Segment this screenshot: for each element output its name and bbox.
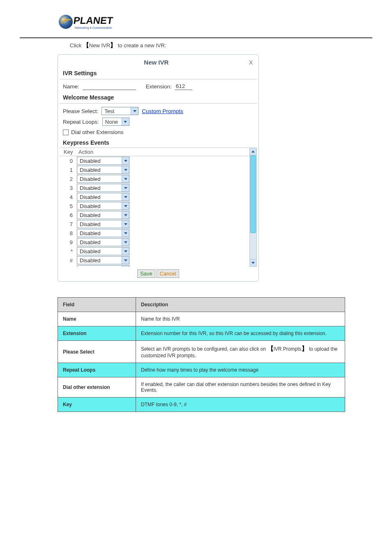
- table-desc: DTMF tones 0-9, *, #: [136, 398, 345, 412]
- keypress-row: 6Disabled: [60, 210, 249, 220]
- keypress-key: 9: [61, 239, 77, 245]
- keypress-scrollbar[interactable]: [249, 148, 257, 267]
- keypress-row: 9Disabled: [60, 238, 249, 247]
- chevron-down-icon: [122, 184, 129, 192]
- keypress-row: 1Disabled: [60, 165, 249, 174]
- chevron-down-icon: [122, 118, 129, 125]
- dial-other-label: Dial other Extensions: [71, 129, 124, 135]
- keypress-key: 3: [61, 185, 77, 191]
- chevron-down-icon: [122, 175, 129, 183]
- keypress-row: tDisabled: [60, 265, 249, 267]
- keypress-key: 0: [61, 158, 77, 164]
- keypress-action-dropdown[interactable]: Disabled: [77, 229, 129, 237]
- field-description-table: Field Description NameName for this IVRE…: [58, 297, 345, 412]
- keypress-row: 2Disabled: [60, 174, 249, 183]
- table-field: Please Select: [58, 341, 136, 363]
- table-field: Name: [58, 312, 136, 326]
- extension-label: Extension:: [146, 83, 172, 90]
- section-welcome-message: Welcome Message: [58, 92, 258, 102]
- chevron-down-icon: [122, 157, 129, 164]
- keypress-row: 0Disabled: [60, 156, 249, 165]
- table-field: Extension: [58, 326, 136, 341]
- keypress-row: #Disabled: [60, 256, 249, 265]
- keypress-key: #: [61, 257, 77, 264]
- table-header-desc: Description: [136, 298, 345, 312]
- please-select-label: Please Select:: [63, 108, 98, 114]
- keypress-key: *: [61, 248, 77, 254]
- table-desc: Define how many times to play the welcom…: [136, 363, 345, 377]
- dial-other-checkbox[interactable]: [63, 130, 69, 135]
- please-select-dropdown[interactable]: Test: [101, 107, 138, 115]
- col-key: Key: [61, 149, 77, 155]
- chevron-down-icon: [131, 107, 138, 115]
- scroll-down-icon[interactable]: [250, 259, 256, 266]
- keypress-action-dropdown[interactable]: Disabled: [77, 256, 129, 264]
- row-name-extension: Name: Extension: 612: [58, 80, 258, 92]
- repeat-loops-label: Repeat Loops:: [63, 119, 99, 125]
- table-desc: If enabled, the caller can dial other ex…: [136, 377, 345, 398]
- chevron-down-icon: [122, 166, 129, 173]
- header-divider: [20, 37, 372, 38]
- table-desc: Select an IVR prompts to be configured, …: [136, 341, 345, 363]
- keypress-key: 2: [61, 176, 77, 182]
- extension-value[interactable]: 612: [175, 83, 192, 90]
- svg-point-0: [59, 15, 73, 29]
- brand-logo: PLANET Networking & Communication: [58, 12, 372, 33]
- col-action: Action: [77, 149, 248, 155]
- chevron-down-icon: [122, 257, 129, 264]
- keypress-action-dropdown[interactable]: Disabled: [77, 157, 129, 165]
- keypress-key: 6: [61, 212, 77, 218]
- keypress-action-dropdown[interactable]: Disabled: [77, 220, 129, 228]
- keypress-key: 8: [61, 230, 77, 236]
- keypress-action-dropdown[interactable]: Disabled: [77, 193, 129, 201]
- keypress-row: 3Disabled: [60, 183, 249, 192]
- scroll-thumb[interactable]: [250, 155, 256, 233]
- custom-prompts-link[interactable]: Custom Prompts: [142, 108, 183, 114]
- keypress-key: t: [61, 266, 77, 267]
- keypress-action-dropdown[interactable]: Disabled: [77, 247, 129, 255]
- keypress-row: 7Disabled: [60, 220, 249, 229]
- keypress-table: Key Action 0Disabled1Disabled2Disabled3D…: [60, 148, 249, 267]
- new-ivr-dialog: New IVR X IVR Settings Name: Extension: …: [58, 54, 259, 282]
- name-input[interactable]: [83, 83, 136, 90]
- table-field: Repeat Loops: [58, 363, 136, 377]
- brand-name: PLANET: [73, 15, 114, 26]
- cancel-button[interactable]: Cancel: [157, 269, 179, 278]
- chevron-down-icon: [122, 211, 129, 219]
- keypress-action-dropdown[interactable]: Disabled: [77, 184, 129, 192]
- chevron-down-icon: [122, 193, 129, 201]
- chevron-down-icon: [122, 266, 129, 267]
- chevron-down-icon: [122, 202, 129, 210]
- keypress-action-dropdown[interactable]: Disabled: [77, 202, 129, 210]
- keypress-row: *Disabled: [60, 247, 249, 256]
- table-field: Key: [58, 398, 136, 412]
- table-desc: Extension number for this IVR, so this I…: [136, 326, 345, 341]
- chevron-down-icon: [122, 229, 129, 237]
- section-keypress-events: Keypress Events: [58, 138, 258, 148]
- chevron-down-icon: [122, 247, 129, 255]
- name-label: Name:: [63, 83, 79, 90]
- section-ivr-settings: IVR Settings: [58, 68, 258, 78]
- keypress-action-dropdown[interactable]: Disabled: [77, 175, 129, 183]
- dialog-title: New IVR: [64, 59, 249, 66]
- keypress-action-dropdown[interactable]: Disabled: [77, 211, 129, 219]
- keypress-row: 5Disabled: [60, 201, 249, 210]
- chevron-down-icon: [122, 220, 129, 228]
- keypress-key: 5: [61, 203, 77, 209]
- scroll-up-icon[interactable]: [250, 148, 256, 155]
- table-desc: Name for this IVR: [136, 312, 345, 326]
- keypress-key: 4: [61, 194, 77, 200]
- keypress-row: 4Disabled: [60, 192, 249, 201]
- repeat-loops-dropdown[interactable]: None: [102, 118, 129, 126]
- keypress-action-dropdown[interactable]: Disabled: [77, 265, 129, 267]
- table-field: Dial other extension: [58, 377, 136, 398]
- table-header-field: Field: [58, 298, 136, 312]
- close-icon[interactable]: X: [249, 59, 253, 66]
- keypress-action-dropdown[interactable]: Disabled: [77, 166, 129, 174]
- keypress-row: 8Disabled: [60, 229, 249, 238]
- intro-text: Click 【New IVR】 to create a new IVR:: [70, 42, 372, 49]
- save-button[interactable]: Save: [137, 269, 155, 278]
- keypress-action-dropdown[interactable]: Disabled: [77, 238, 129, 246]
- chevron-down-icon: [122, 238, 129, 246]
- brand-tagline: Networking & Communication: [75, 26, 112, 30]
